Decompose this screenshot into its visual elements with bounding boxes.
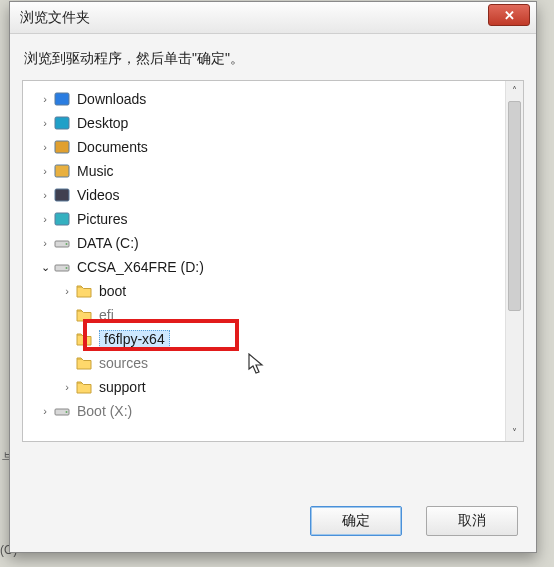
scroll-up-button[interactable]: ˄ [506, 81, 523, 99]
browse-folder-dialog: 浏览文件夹 ✕ 浏览到驱动程序，然后单击"确定"。 ›Downloads›Des… [9, 1, 537, 553]
close-icon: ✕ [504, 8, 515, 23]
close-button[interactable]: ✕ [488, 4, 530, 26]
chevron-right-icon[interactable]: › [37, 213, 53, 225]
folder-tree-container: ›Downloads›Desktop›Documents›Music›Video… [22, 80, 524, 442]
cancel-button[interactable]: 取消 [426, 506, 518, 536]
chevron-right-icon[interactable]: › [37, 117, 53, 129]
chevron-right-icon[interactable]: › [59, 285, 75, 297]
chevron-right-icon[interactable]: › [37, 165, 53, 177]
chevron-right-icon[interactable]: › [37, 189, 53, 201]
dialog-button-bar: 确定 取消 [310, 506, 518, 536]
tree-item[interactable]: efi [23, 303, 523, 327]
folder-icon [75, 379, 93, 395]
svg-rect-0 [55, 93, 69, 105]
scroll-down-button[interactable]: ˅ [506, 423, 523, 441]
drive-icon [53, 259, 71, 275]
dialog-title: 浏览文件夹 [20, 9, 90, 27]
tree-item-label: Pictures [77, 211, 128, 227]
library-icon [53, 187, 71, 203]
svg-point-11 [66, 411, 68, 413]
svg-point-9 [66, 267, 68, 269]
tree-item-label: DATA (C:) [77, 235, 139, 251]
tree-item[interactable]: ›Videos [23, 183, 523, 207]
tree-item-label: CCSA_X64FRE (D:) [77, 259, 204, 275]
tree-item-label: support [99, 379, 146, 395]
tree-item[interactable]: ⌄CCSA_X64FRE (D:) [23, 255, 523, 279]
tree-item-label: sources [99, 355, 148, 371]
library-icon [53, 163, 71, 179]
library-icon [53, 91, 71, 107]
tree-item[interactable]: ›DATA (C:) [23, 231, 523, 255]
chevron-right-icon[interactable]: › [37, 141, 53, 153]
tree-item-label: Downloads [77, 91, 146, 107]
scroll-thumb[interactable] [508, 101, 521, 311]
ok-button[interactable]: 确定 [310, 506, 402, 536]
chevron-right-icon[interactable]: › [37, 405, 53, 417]
folder-icon [75, 307, 93, 323]
tree-item-label: Music [77, 163, 114, 179]
tree-item[interactable]: ›support [23, 375, 523, 399]
tree-item[interactable]: ›Desktop [23, 111, 523, 135]
tree-item[interactable]: ›boot [23, 279, 523, 303]
folder-icon [75, 331, 93, 347]
tree-item[interactable]: ›Pictures [23, 207, 523, 231]
tree-item-label: boot [99, 283, 126, 299]
library-icon [53, 115, 71, 131]
drive-icon [53, 235, 71, 251]
tree-item-label: efi [99, 307, 114, 323]
tree-item[interactable]: ›Documents [23, 135, 523, 159]
library-icon [53, 211, 71, 227]
tree-item-label: Videos [77, 187, 120, 203]
chevron-right-icon[interactable]: › [37, 93, 53, 105]
tree-item-label: Boot (X:) [77, 403, 132, 419]
folder-icon [75, 355, 93, 371]
chevron-down-icon[interactable]: ⌄ [37, 261, 53, 274]
tree-item-selected[interactable]: f6flpy-x64 [23, 327, 523, 351]
svg-rect-2 [55, 141, 69, 153]
tree-item-label: Documents [77, 139, 148, 155]
tree-item-label: Desktop [77, 115, 128, 131]
chevron-right-icon[interactable]: › [59, 381, 75, 393]
folder-icon [75, 283, 93, 299]
tree-item[interactable]: ›Music [23, 159, 523, 183]
tree-item[interactable]: ›Downloads [23, 87, 523, 111]
svg-rect-5 [55, 213, 69, 225]
svg-rect-3 [55, 165, 69, 177]
tree-item[interactable]: sources [23, 351, 523, 375]
svg-rect-4 [55, 189, 69, 201]
chevron-right-icon[interactable]: › [37, 237, 53, 249]
drive-icon [53, 403, 71, 419]
tree-item-label: f6flpy-x64 [99, 330, 170, 348]
svg-rect-1 [55, 117, 69, 129]
instruction-text: 浏览到驱动程序，然后单击"确定"。 [10, 34, 536, 80]
titlebar: 浏览文件夹 ✕ [10, 2, 536, 34]
tree-item[interactable]: ›Boot (X:) [23, 399, 523, 423]
vertical-scrollbar[interactable]: ˄ ˅ [505, 81, 523, 441]
folder-tree[interactable]: ›Downloads›Desktop›Documents›Music›Video… [23, 81, 523, 441]
library-icon [53, 139, 71, 155]
svg-point-7 [66, 243, 68, 245]
